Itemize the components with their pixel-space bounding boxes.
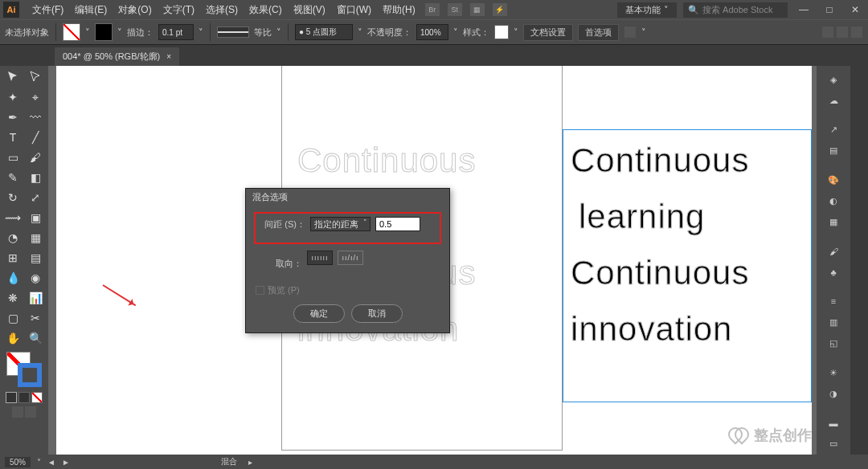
export-panel-icon[interactable]: ↗ (822, 120, 845, 138)
chevron-down-icon[interactable]: ˅ (641, 27, 646, 38)
slice-tool[interactable]: ✂ (24, 308, 47, 328)
fill-swatch[interactable] (63, 23, 80, 41)
shaper-tool[interactable]: ✎ (2, 168, 24, 187)
libraries-panel-icon[interactable]: ☁ (822, 92, 845, 109)
swatches-panel-icon[interactable]: ▦ (822, 214, 845, 231)
chevron-down-icon[interactable]: ˅ (85, 27, 90, 38)
document-setup-button[interactable]: 文档设置 (523, 24, 573, 41)
align-icon[interactable] (624, 27, 636, 38)
properties-panel-icon[interactable]: ◈ (822, 71, 845, 88)
width-tool[interactable]: ⟿ (2, 208, 24, 227)
chevron-down-icon[interactable]: ˅ (199, 27, 203, 38)
spacing-mode-select[interactable]: 指定的距离 (310, 217, 371, 231)
pen-tool[interactable]: ✒ (2, 108, 24, 127)
cancel-button[interactable]: 取消 (351, 304, 403, 323)
gradient-panel-icon[interactable]: ▥ (822, 313, 845, 331)
transparency-panel-icon[interactable]: ◱ (822, 335, 845, 353)
brushes-panel-icon[interactable]: 🖌 (822, 243, 845, 260)
chevron-right-icon[interactable]: ▸ (248, 458, 252, 467)
stock-icon[interactable]: St (448, 3, 462, 16)
layers-panel-icon[interactable]: ▬ (822, 414, 845, 431)
chevron-down-icon[interactable]: ˅ (276, 27, 281, 38)
menu-edit[interactable]: 编辑(E) (72, 2, 110, 18)
zoom-level[interactable]: 50% (5, 457, 31, 467)
brush-definition[interactable] (295, 24, 353, 40)
stroke-panel-icon[interactable]: ≡ (822, 292, 845, 310)
menu-window[interactable]: 窗口(W) (334, 2, 375, 18)
stroke-swatch[interactable] (95, 23, 113, 41)
stroke-weight-input[interactable] (158, 24, 194, 40)
artboard-tool[interactable]: ▢ (2, 308, 24, 328)
color-mode-none[interactable] (31, 392, 43, 403)
screen-mode-icon[interactable] (12, 406, 23, 418)
spacing-value-input[interactable] (375, 217, 420, 231)
nav-next-icon[interactable]: ► (62, 458, 70, 467)
appearance-panel-icon[interactable]: ☀ (822, 364, 845, 381)
stroke-dash-preview[interactable] (217, 27, 249, 38)
rotate-tool[interactable]: ↻ (2, 188, 24, 207)
nav-prev-icon[interactable]: ◄ (47, 458, 55, 467)
menu-help[interactable]: 帮助(H) (379, 2, 419, 18)
gpu-icon[interactable]: ⚡ (493, 3, 507, 16)
minimize-button[interactable]: — (794, 4, 813, 15)
preview-checkbox[interactable]: 预览 (P) (256, 284, 440, 296)
line-tool[interactable]: ╱ (24, 128, 47, 147)
stroke-color-swatch[interactable] (18, 363, 42, 387)
maximize-button[interactable]: □ (820, 4, 839, 15)
artboards-panel-icon[interactable]: ▭ (822, 435, 845, 453)
chevron-down-icon[interactable]: ˅ (358, 27, 362, 38)
workspace-switcher[interactable]: 基本功能 ˅ (617, 2, 677, 18)
style-swatch[interactable] (494, 25, 509, 39)
menu-view[interactable]: 视图(V) (290, 2, 329, 18)
ok-button[interactable]: 确定 (293, 304, 345, 323)
lasso-tool[interactable]: ⌖ (24, 88, 47, 107)
menu-file[interactable]: 文件(F) (29, 2, 67, 18)
opacity-input[interactable] (416, 24, 448, 40)
bridge-icon[interactable]: Br (425, 3, 440, 16)
symbols-panel-icon[interactable]: ♣ (822, 263, 845, 281)
chevron-down-icon[interactable]: ˅ (453, 27, 458, 38)
align-panel-icon[interactable] (837, 27, 848, 38)
arrange-icon[interactable]: ▦ (470, 3, 485, 16)
adobe-stock-search[interactable]: 🔍搜索 Adobe Stock (683, 2, 788, 18)
chevron-down-icon[interactable]: ˅ (37, 458, 41, 467)
color-mode-gradient[interactable] (18, 392, 30, 403)
chevron-down-icon[interactable]: ˅ (117, 27, 122, 38)
color-mode-normal[interactable] (6, 392, 17, 403)
fill-stroke-colors[interactable] (6, 352, 42, 387)
rectangle-tool[interactable]: ▭ (2, 148, 24, 167)
blend-tool[interactable]: ◉ (24, 268, 47, 288)
graphic-styles-icon[interactable]: ◑ (822, 385, 845, 402)
menu-type[interactable]: 文字(T) (160, 2, 198, 18)
transform-panel-icon[interactable] (822, 27, 833, 38)
asset-panel-icon[interactable]: ▤ (822, 142, 845, 160)
menu-effect[interactable]: 效果(C) (246, 2, 285, 18)
gradient-tool[interactable]: ▤ (24, 248, 47, 267)
close-button[interactable]: ✕ (845, 4, 865, 15)
type-tool[interactable]: T (2, 128, 24, 147)
change-screen-icon[interactable] (25, 406, 36, 418)
menu-select[interactable]: 选择(S) (203, 2, 241, 18)
eraser-tool[interactable]: ◧ (24, 168, 47, 187)
symbol-sprayer-tool[interactable]: ❋ (2, 288, 24, 308)
perspective-tool[interactable]: ▦ (24, 228, 47, 247)
hand-tool[interactable]: ✋ (2, 328, 24, 348)
free-transform-tool[interactable]: ▣ (24, 208, 47, 227)
paintbrush-tool[interactable]: 🖌 (24, 148, 47, 167)
magic-wand-tool[interactable]: ✦ (2, 88, 24, 107)
chevron-down-icon[interactable]: ˅ (514, 27, 518, 38)
selection-tool[interactable] (2, 67, 24, 87)
menu-object[interactable]: 对象(O) (115, 2, 154, 18)
shape-builder-tool[interactable]: ◔ (2, 228, 24, 247)
document-tab[interactable]: 004* @ 50% (RGB/轮廓) × (55, 47, 179, 66)
color-guide-icon[interactable]: ◐ (822, 192, 845, 210)
direct-selection-tool[interactable] (24, 67, 47, 87)
mesh-tool[interactable]: ⊞ (2, 248, 24, 267)
zoom-tool[interactable]: 🔍 (24, 328, 47, 348)
eyedropper-tool[interactable]: 💧 (2, 268, 24, 288)
column-graph-tool[interactable]: 📊 (24, 288, 47, 308)
curvature-tool[interactable]: 〰 (24, 108, 47, 127)
tab-close-icon[interactable]: × (166, 52, 171, 61)
preferences-button[interactable]: 首选项 (578, 24, 619, 41)
scale-tool[interactable]: ⤢ (24, 188, 47, 207)
